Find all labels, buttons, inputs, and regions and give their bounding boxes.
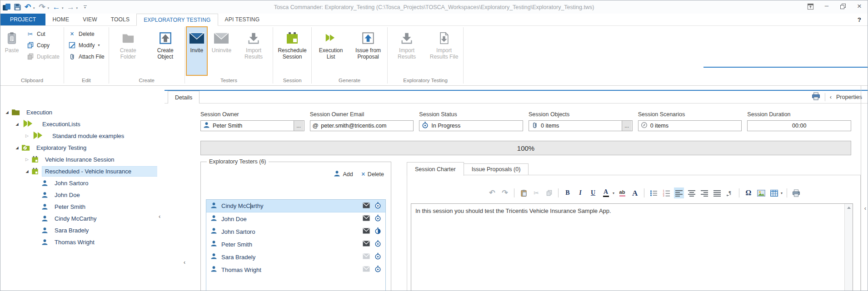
tab-issue-proposals-0[interactable]: Issue Proposals (0): [464, 163, 529, 175]
execution-list-button[interactable]: Execution List: [313, 26, 349, 76]
attach-file-button[interactable]: Attach File: [65, 51, 108, 62]
tree-item-executionlists[interactable]: ◢ExecutionLists: [0, 118, 157, 130]
collapsed-expander-icon[interactable]: ▷: [24, 157, 30, 162]
mail-icon[interactable]: [363, 202, 370, 210]
tree-item-john-doe[interactable]: John Doe: [0, 189, 157, 201]
session-owner-email-input[interactable]: @peter.smith@tricentis.com: [310, 120, 414, 131]
timer-icon[interactable]: [374, 202, 381, 210]
tester-row[interactable]: Cindy McCarthy: [206, 200, 385, 212]
tab-details[interactable]: Details: [168, 91, 200, 104]
editor-scrollbar[interactable]: [844, 204, 853, 291]
print-icon[interactable]: [812, 92, 820, 102]
redo-icon[interactable]: ↷: [500, 187, 510, 198]
expanded-expander-icon[interactable]: ◢: [4, 110, 10, 114]
scroll-up-button[interactable]: [845, 204, 853, 211]
dropdown-arrow-icon[interactable]: ▾: [48, 6, 50, 10]
paragraph-direction-icon[interactable]: ¶: [725, 187, 735, 198]
undo-icon[interactable]: ↶: [487, 187, 497, 198]
mail-icon[interactable]: [363, 241, 370, 248]
special-character-icon[interactable]: Ω: [743, 187, 753, 198]
timer-icon[interactable]: [374, 266, 381, 274]
delete-tester-button[interactable]: × Delete: [361, 170, 384, 178]
bold-icon[interactable]: B: [563, 187, 573, 198]
ellipsis-button[interactable]: ...: [622, 121, 632, 131]
tree-item-john-sartoro[interactable]: John Sartoro: [0, 177, 157, 189]
tab-view[interactable]: VIEW: [76, 14, 104, 25]
cut-icon[interactable]: ✂: [531, 187, 541, 198]
properties-splitter[interactable]: [861, 86, 861, 291]
back-button[interactable]: ←: [52, 2, 61, 13]
tester-row[interactable]: Sara Bradely: [206, 251, 385, 263]
expanded-expander-icon[interactable]: ◢: [24, 169, 30, 173]
add-tester-button[interactable]: Add: [334, 170, 353, 178]
collapsed-expander-icon[interactable]: ▷: [24, 133, 30, 138]
tab-session-charter[interactable]: Session Charter: [407, 162, 464, 176]
timer-icon[interactable]: [374, 240, 381, 248]
tree-item-exploratory-testing[interactable]: ◢Exploratory Testing: [0, 142, 157, 153]
tree-item-rescheduled-vehicle-insurance[interactable]: ◢Rescheduled - Vehicle Insurance: [0, 165, 157, 177]
align-right-icon[interactable]: [699, 187, 709, 198]
tester-row[interactable]: John Doe: [206, 212, 385, 225]
tree-collapse-icon[interactable]: ‹: [159, 213, 160, 220]
italic-icon[interactable]: I: [575, 187, 585, 198]
tab-project[interactable]: PROJECT: [0, 14, 45, 25]
tab-exploratory-testing[interactable]: EXPLORATORY TESTING: [136, 14, 218, 26]
tree-item-execution[interactable]: ◢Execution: [0, 106, 157, 118]
session-objects-input[interactable]: 0 items...: [529, 120, 633, 131]
redo-button[interactable]: ↷: [38, 2, 47, 13]
minimize-button[interactable]: –: [822, 1, 831, 11]
mail-icon[interactable]: [363, 215, 370, 222]
tab-tools[interactable]: TOOLS: [104, 14, 136, 25]
insert-image-icon[interactable]: [756, 187, 766, 198]
modify-button[interactable]: Modify▾: [65, 39, 108, 51]
forward-button[interactable]: →: [66, 2, 75, 13]
undo-button[interactable]: ↶: [23, 2, 32, 13]
mail-icon[interactable]: [363, 228, 370, 235]
paste-icon[interactable]: [519, 187, 529, 198]
copy-icon[interactable]: [544, 187, 554, 198]
tab-home[interactable]: HOME: [45, 14, 76, 25]
customize-quick-access-button[interactable]: ▾: [80, 2, 90, 13]
tree-item-sara-bradely[interactable]: Sara Bradely: [0, 224, 157, 236]
invite-button[interactable]: Invite: [186, 26, 208, 76]
tree-item-thomas-wright[interactable]: Thomas Wright: [0, 236, 157, 248]
tree-item-peter-smith[interactable]: Peter Smith: [0, 201, 157, 212]
close-button[interactable]: ×: [855, 1, 864, 11]
tree-item-vehicle-insurance-session[interactable]: ▷Vehicle Insurance Session: [0, 153, 157, 165]
tree-item-standard-module-examples[interactable]: ▷Standard module examples: [0, 130, 157, 142]
mail-icon[interactable]: [363, 253, 370, 261]
align-center-icon[interactable]: [687, 187, 697, 198]
timer-icon[interactable]: [374, 215, 381, 223]
print-icon[interactable]: [791, 187, 801, 198]
cut-button[interactable]: ✂Cut: [23, 28, 63, 39]
save-button[interactable]: [13, 2, 22, 13]
copy-button[interactable]: Copy: [23, 39, 63, 51]
create-object-button[interactable]: Create Object: [147, 26, 184, 76]
expanded-expander-icon[interactable]: ◢: [14, 122, 20, 126]
session-charter-editor[interactable]: In this session you should test the Tric…: [411, 203, 853, 291]
tab-api-testing[interactable]: API TESTING: [218, 14, 267, 25]
tester-row[interactable]: Thomas Wright: [206, 263, 385, 276]
tree-item-cindy-mccarthy[interactable]: Cindy McCarthy: [0, 212, 157, 224]
restore-button[interactable]: [838, 1, 848, 11]
properties-collapse-icon[interactable]: ‹: [864, 205, 866, 212]
session-duration-input[interactable]: 00:00: [747, 120, 851, 131]
dropdown-arrow-icon[interactable]: ▾: [62, 6, 64, 10]
font-icon[interactable]: A: [630, 187, 640, 198]
dropdown-arrow-icon[interactable]: ▾: [76, 6, 78, 10]
reschedule-session-button[interactable]: Reschedule Session: [274, 26, 310, 76]
tester-row[interactable]: John Sartoro: [206, 225, 385, 238]
session-status-input[interactable]: In Progress: [419, 120, 523, 131]
bullet-list-icon[interactable]: [649, 187, 658, 198]
tester-row[interactable]: Peter Smith: [206, 238, 385, 251]
properties-toggle[interactable]: Properties: [836, 94, 862, 100]
mail-icon[interactable]: [363, 266, 370, 273]
ellipsis-button[interactable]: ...: [294, 121, 304, 131]
align-left-icon[interactable]: [674, 187, 684, 198]
font-color-icon[interactable]: A: [601, 187, 611, 198]
highlight-icon[interactable]: ab: [617, 187, 627, 198]
justify-icon[interactable]: [712, 187, 722, 198]
session-scenarios-input[interactable]: 0 items: [638, 120, 742, 131]
expanded-expander-icon[interactable]: ◢: [14, 146, 20, 150]
help-button[interactable]: ?: [858, 14, 868, 25]
